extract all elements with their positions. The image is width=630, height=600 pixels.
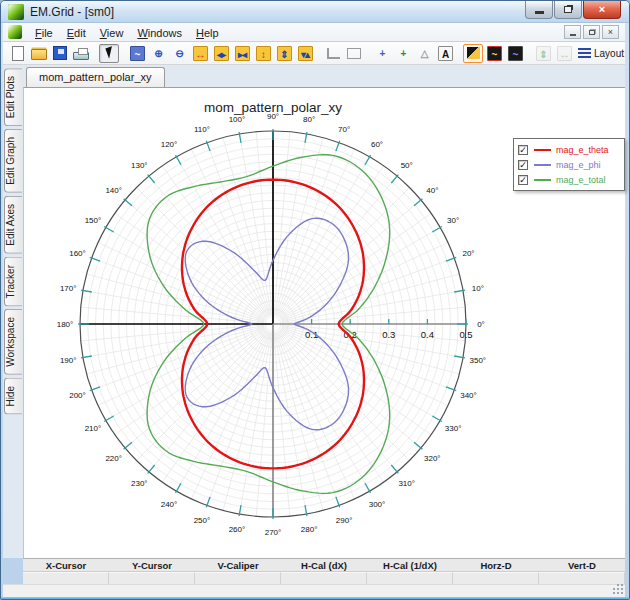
radial-ticks: 0.10.20.30.40.5: [305, 319, 473, 340]
angle-label-240: 240°: [161, 500, 178, 509]
window-title: EM.Grid - [sm0]: [30, 5, 114, 19]
marker-triangle-icon[interactable]: △: [414, 44, 434, 63]
zoom-in-icon[interactable]: ⊕: [148, 44, 168, 63]
sidebar-tab-tracker[interactable]: Tracker: [4, 257, 22, 307]
curve-style-blue-icon[interactable]: ~: [505, 44, 525, 63]
zoom-in-icon-glyph: ⊕: [151, 46, 166, 61]
menu-item-edit[interactable]: Edit: [60, 25, 93, 41]
layout-button-label: Layout: [594, 48, 624, 59]
save-icon[interactable]: [50, 44, 70, 63]
angle-label-130: 130°: [131, 161, 148, 170]
window-restore-button[interactable]: [554, 1, 582, 19]
angle-label-20: 20°: [462, 249, 474, 258]
radial-label-0.3: 0.3: [382, 329, 395, 340]
legend-entry-mag_e_phi: ✓mag_e_phi: [518, 157, 620, 172]
tab-mom-pattern-polar-xy[interactable]: mom_pattern_polar_xy: [26, 67, 165, 87]
angle-label-180: 180°: [57, 320, 74, 329]
plot-area: mom_pattern_polar_xy 0°10°20°30°40°50°60…: [23, 87, 625, 558]
sidebar-tab-edit-plots[interactable]: Edit Plots: [4, 68, 22, 126]
corner-grid-icon[interactable]: [323, 44, 343, 63]
layout-button[interactable]: Layout: [575, 44, 625, 63]
legend-checkbox-mag_e_phi[interactable]: ✓: [518, 160, 528, 170]
readout-header-v-caliper: V-Caliper: [195, 559, 281, 571]
menu-item-windows[interactable]: Windows: [130, 25, 189, 41]
zoom-out-icon[interactable]: ⊖: [169, 44, 189, 63]
readout-header-x-cursor: X-Cursor: [23, 559, 109, 571]
angle-label-320: 320°: [424, 454, 441, 463]
legend-line-sample: [534, 179, 551, 181]
zoom-box-icon[interactable]: ~: [127, 44, 147, 63]
open-icon[interactable]: [29, 44, 49, 63]
title-bar[interactable]: EM.Grid - [sm0] ×: [1, 1, 629, 23]
toolbar-separator: [365, 44, 372, 63]
mdi-child-icon[interactable]: [8, 25, 22, 39]
compress-x-icon[interactable]: ▸◂: [232, 44, 252, 63]
sidebar-tab-edit-axes[interactable]: Edit Axes: [4, 196, 22, 254]
angle-label-10: 10°: [472, 284, 484, 293]
legend-entry-mag_e_theta: ✓mag_e_theta: [518, 142, 620, 157]
mdi-restore-button[interactable]: [583, 25, 600, 39]
legend-label-mag_e_phi: mag_e_phi: [556, 160, 601, 170]
restore-icon: [564, 6, 572, 13]
curve-style-yellow-icon[interactable]: ~: [484, 44, 504, 63]
pan-x-icon-glyph: ◂▸: [214, 46, 229, 61]
frame-grid-icon[interactable]: [344, 44, 364, 63]
new-document-icon[interactable]: [8, 44, 28, 63]
radial-label-0.4: 0.4: [421, 329, 434, 340]
window-minimize-button[interactable]: [525, 1, 553, 19]
sidebar-tab-hide[interactable]: Hide: [4, 378, 22, 415]
angle-label-70: 70°: [338, 125, 350, 134]
angle-label-210: 210°: [85, 424, 102, 433]
axes-tool-icon[interactable]: +: [393, 44, 413, 63]
compress-x-icon-glyph: ▸◂: [235, 46, 250, 61]
angle-label-350: 350°: [470, 356, 487, 365]
expand-y-icon[interactable]: ↕: [253, 44, 273, 63]
crosshair-icon-glyph: +: [375, 46, 390, 61]
text-annotation-icon[interactable]: A: [435, 44, 455, 63]
tile-horizontal-icon[interactable]: ↔: [554, 44, 574, 63]
window-close-button[interactable]: ×: [583, 1, 621, 19]
app-logo-icon: [8, 4, 24, 20]
mdi-minimize-button[interactable]: [564, 25, 581, 39]
mdi-close-button[interactable]: ×: [602, 25, 619, 39]
zoom-out-icon-glyph: ⊖: [172, 46, 187, 61]
angle-label-190: 190°: [60, 356, 77, 365]
angle-label-140: 140°: [105, 186, 122, 195]
angle-label-80: 80°: [303, 115, 315, 124]
compress-y-icon[interactable]: ▾▴: [295, 44, 315, 63]
angle-label-260: 260°: [229, 525, 246, 534]
legend-checkbox-mag_e_total[interactable]: ✓: [518, 175, 528, 185]
menu-item-view[interactable]: View: [93, 25, 131, 41]
crosshair-icon[interactable]: +: [372, 44, 392, 63]
readout-header-h-cal-dx-: H-Cal (dX): [281, 559, 367, 571]
cursor-readout-bar: X-CursorY-CursorV-CaliperH-Cal (dX)H-Cal…: [23, 558, 625, 584]
angle-label-340: 340°: [460, 391, 477, 400]
menu-bar: FileEditViewWindowsHelp ×: [3, 23, 625, 42]
legend-box: ✓mag_e_theta✓mag_e_phi✓mag_e_total: [513, 138, 625, 191]
sidebar-tab-workspace[interactable]: Workspace: [4, 309, 22, 375]
angle-label-170: 170°: [60, 284, 77, 293]
angle-label-0: 0°: [477, 320, 485, 329]
angle-label-110: 110°: [194, 125, 210, 134]
legend-checkbox-mag_e_theta[interactable]: ✓: [518, 145, 528, 155]
tile-vertical-icon-glyph: ⇕: [536, 46, 551, 61]
colormap-icon[interactable]: [463, 44, 483, 63]
pan-x-icon[interactable]: ◂▸: [211, 44, 231, 63]
angle-label-230: 230°: [131, 479, 148, 488]
resize-grip-icon[interactable]: [613, 585, 624, 596]
sidebar-tab-edit-graph[interactable]: Edit Graph: [4, 129, 22, 193]
legend-line-sample: [534, 164, 551, 166]
pan-y-icon[interactable]: ⇕: [274, 44, 294, 63]
tile-horizontal-icon-glyph: ↔: [557, 46, 572, 61]
toolbar-separator: [526, 44, 533, 63]
angle-label-50: 50°: [401, 161, 413, 170]
expand-x-icon[interactable]: ↔: [190, 44, 210, 63]
legend-label-mag_e_theta: mag_e_theta: [556, 145, 609, 155]
angle-label-310: 310°: [398, 479, 415, 488]
pointer-tool-icon[interactable]: [99, 44, 119, 63]
print-icon[interactable]: [71, 44, 91, 63]
menu-item-help[interactable]: Help: [189, 25, 226, 41]
tile-vertical-icon[interactable]: ⇕: [533, 44, 553, 63]
menu-item-file[interactable]: File: [28, 25, 60, 41]
readout-header-h-cal-1-dx-: H-Cal (1/dX): [367, 559, 453, 571]
